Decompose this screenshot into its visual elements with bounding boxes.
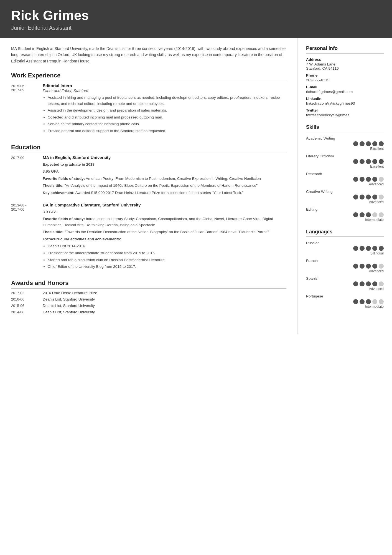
dot-empty: [379, 212, 384, 217]
skill-rating-1: Excellent: [306, 141, 384, 151]
lang-rating-3: Advanced: [306, 281, 384, 291]
award-date-3: 2015-06: [11, 304, 36, 308]
dot: [379, 159, 384, 164]
linkedin-label: LinkedIn: [306, 97, 384, 101]
work-bullet-4: Served as the primary contact for incomi…: [48, 121, 286, 127]
dot: [353, 177, 358, 182]
education-title: Education: [11, 144, 286, 153]
awards-title: Awards and Honors: [11, 279, 286, 289]
work-bullet-5: Provide general and editorial support to…: [48, 128, 286, 134]
edu-gpa-1: 3.95 GPA: [43, 168, 286, 175]
dot: [353, 159, 358, 164]
skill-level-1: Excellent: [370, 147, 384, 151]
lang-rating-4: Intermediate: [306, 299, 384, 309]
linkedin-value: linkedin.com/in/rickygrimes93: [306, 101, 384, 105]
work-date-1: 2015-06 -2017-09: [11, 83, 36, 135]
phone-field: Phone 202-555-0115: [306, 73, 384, 82]
edu-title-1: MA in English, Stanford University: [43, 155, 286, 160]
edu-extra-3: Started and ran a discussion club on Rus…: [48, 257, 286, 263]
languages-title: Languages: [306, 229, 384, 237]
dot: [353, 212, 358, 217]
dot-empty: [372, 212, 377, 217]
dot: [353, 281, 358, 286]
email-field: E-mail richard.f.grimes@gmail.com: [306, 85, 384, 94]
dot: [360, 246, 365, 251]
award-1: 2017-02 2016 Drue Heinz Literature Prize: [11, 291, 286, 295]
skill-dots-2: [353, 159, 384, 164]
email-value: richard.f.grimes@gmail.com: [306, 90, 384, 94]
lang-french: French Advanced: [306, 259, 384, 273]
dot: [360, 264, 365, 269]
skill-literary-criticism: Literary Criticism Excellent: [306, 154, 384, 168]
dot: [353, 299, 358, 304]
work-bullet-1: Assisted in hiring and managing a pool o…: [48, 95, 286, 107]
award-2: 2016-06 Dean's List, Stanford University: [11, 297, 286, 301]
edu-extra-4: Chief Editor of the University Blog from…: [48, 264, 286, 270]
phone-label: Phone: [306, 73, 384, 77]
edu-date-1: 2017-09: [11, 155, 36, 196]
edu-title-2: BA in Comparative Litarature, Stanford U…: [43, 203, 286, 207]
lang-name-3: Spanish: [306, 276, 384, 281]
dot-empty: [379, 281, 384, 286]
edu-gpa-2: 3.9 GPA: [43, 209, 286, 215]
lang-rating-1: Billingual: [306, 246, 384, 255]
twitter-value: twitter.com/rickyfillygrimes: [306, 113, 384, 117]
work-bullet-2: Assisted in the development, design, and…: [48, 107, 286, 113]
lang-level-4: Intermediate: [365, 305, 384, 309]
work-experience-section: Work Experience 2015-06 -2017-09 Editori…: [11, 72, 286, 135]
dot: [360, 141, 365, 146]
lang-dots-1: [353, 246, 384, 251]
skill-creative-writing: Creative Writing Advanced: [306, 190, 384, 204]
edu-content-1: MA in English, Stanford University Expec…: [43, 155, 286, 196]
skill-level-4: Advanced: [369, 200, 384, 204]
dot: [372, 141, 377, 146]
skill-name-1: Academic Writing: [306, 136, 384, 140]
edu-entry-1: 2017-09 MA in English, Stanford Universi…: [11, 155, 286, 196]
edu-body-2: 3.9 GPA Favorite fields of study: Introd…: [43, 209, 286, 270]
dot-empty: [372, 299, 377, 304]
dot: [372, 195, 377, 200]
dot: [360, 299, 365, 304]
skill-editing: Editing Intermediate: [306, 207, 384, 222]
candidate-title: Junior Editorial Assistant: [11, 25, 381, 31]
dot: [353, 141, 358, 146]
personal-info-title: Personal Info: [306, 46, 384, 54]
dot: [353, 195, 358, 200]
dot: [353, 246, 358, 251]
skill-level-5: Intermediate: [365, 218, 384, 222]
edu-content-2: BA in Comparative Litarature, Stanford U…: [43, 203, 286, 271]
skill-rating-2: Excellent: [306, 159, 384, 168]
work-title-1: Editorial Intern: [43, 83, 286, 88]
lang-level-1: Billingual: [370, 251, 384, 255]
award-date-4: 2014-06: [11, 310, 36, 314]
dot: [379, 246, 384, 251]
edu-body-1: Expected to graduate in 2018 3.95 GPA Fa…: [43, 162, 286, 196]
work-entry-1: 2015-06 -2017-09 Editorial Intern Faber …: [11, 83, 286, 135]
award-name-4: Dean's List, Stanford University: [43, 310, 95, 314]
dot: [360, 195, 365, 200]
edu-grad-label: Expected to graduate in 2018: [43, 162, 95, 167]
lang-name-1: Russian: [306, 241, 384, 245]
dot: [372, 281, 377, 286]
dot-empty: [379, 264, 384, 269]
edu-thesis-2: Thesis title: "Towards the Derridian Dec…: [43, 229, 286, 235]
dot: [366, 141, 371, 146]
languages-section: Languages Russian Billingual French: [306, 229, 384, 309]
dot-empty: [379, 177, 384, 182]
dot: [353, 264, 358, 269]
skill-name-2: Literary Criticism: [306, 154, 384, 158]
header: Rick Grimes Junior Editorial Assistant: [0, 0, 392, 38]
lang-dots-2: [353, 264, 384, 269]
edu-extra-2: President of the undergraduate student b…: [48, 250, 286, 256]
dot-empty: [379, 195, 384, 200]
twitter-label: Twitter: [306, 108, 384, 112]
skill-level-2: Excellent: [370, 165, 384, 168]
phone-value: 202-555-0115: [306, 78, 384, 82]
dot: [366, 246, 371, 251]
work-content-1: Editorial Intern Faber and Faber, Stanfo…: [43, 83, 286, 135]
dot: [366, 299, 371, 304]
lang-portugese: Portugese Intermediate: [306, 294, 384, 309]
skill-name-3: Research: [306, 172, 384, 176]
skill-rating-5: Intermediate: [306, 212, 384, 222]
lang-level-2: Advanced: [369, 269, 384, 273]
